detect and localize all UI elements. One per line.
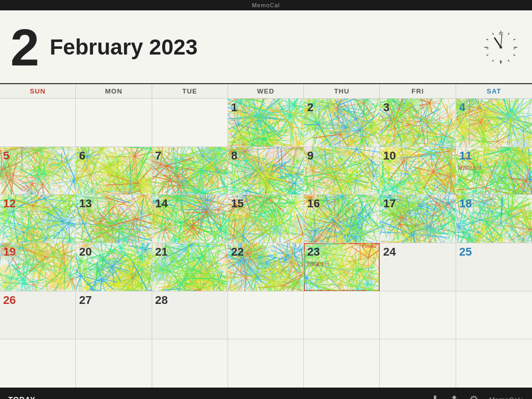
day-number: 6: [76, 147, 151, 165]
svg-line-5107: [483, 171, 483, 195]
day-cell[interactable]: 28: [152, 291, 228, 339]
day-number: 10: [380, 147, 455, 165]
svg-line-2: [513, 39, 515, 40]
app-bar: MemoCal: [0, 0, 532, 10]
day-number: 15: [228, 195, 303, 212]
week-row: 12131415161718: [0, 195, 532, 243]
svg-line-6974: [266, 242, 298, 243]
settings-icon[interactable]: ⚙: [469, 393, 478, 399]
day-cell[interactable]: 8: [228, 147, 304, 195]
day-cell[interactable]: 26: [0, 291, 76, 339]
day-cell[interactable]: 1: [228, 99, 304, 147]
svg-line-1965: [18, 194, 32, 194]
day-cell: [380, 339, 456, 388]
event-label: 天皇誕生日: [304, 261, 379, 268]
day-cell[interactable]: 22: [228, 243, 304, 291]
month-display: 2 February 2023: [10, 21, 197, 73]
calendar-grid: 1234567891011建国記念日1213141516171819202122…: [0, 99, 532, 388]
day-header-tue: TUE: [152, 84, 228, 98]
svg-line-16: [495, 38, 501, 47]
day-number: 27: [76, 291, 151, 309]
day-cell[interactable]: 6: [76, 147, 152, 195]
header: 2 February 2023 12 3 6 9: [0, 10, 532, 83]
week-row: 1234: [0, 99, 532, 147]
svg-line-1: [508, 33, 509, 34]
day-number: 14: [152, 195, 228, 212]
today-button[interactable]: TODAY: [8, 395, 35, 399]
day-cell[interactable]: 17: [380, 195, 456, 243]
day-headers: SUN MON TUE WED THU FRI SAT: [0, 83, 532, 99]
day-cell: [228, 339, 304, 388]
day-cell[interactable]: 3: [380, 99, 456, 147]
share-icon[interactable]: ⬆: [450, 393, 459, 399]
day-cell: [0, 99, 76, 147]
day-number: 4: [456, 99, 532, 116]
toolbar-right: ⬇ ⬆ ⚙ MemoCal+: [431, 393, 524, 399]
week-row: 1920212223TODAY天皇誕生日2425: [0, 243, 532, 291]
day-number: 28: [152, 291, 228, 309]
day-cell[interactable]: 7: [152, 147, 228, 195]
day-cell[interactable]: 13: [76, 195, 152, 243]
day-cell[interactable]: 20: [76, 243, 152, 291]
day-cell: [456, 291, 532, 339]
day-cell[interactable]: 11建国記念日: [456, 147, 532, 195]
day-cell[interactable]: 10: [380, 147, 456, 195]
day-cell[interactable]: 9: [304, 147, 380, 195]
svg-line-11: [493, 33, 494, 34]
calendar: SUN MON TUE WED THU FRI SAT 123456789101…: [0, 83, 532, 388]
day-cell[interactable]: 4: [456, 99, 532, 147]
day-header-sun: SUN: [0, 84, 76, 98]
svg-text:6: 6: [500, 59, 502, 64]
svg-line-17: [501, 35, 502, 47]
svg-line-9284: [81, 276, 82, 291]
day-cell[interactable]: 2: [304, 99, 380, 147]
svg-line-8831: [59, 281, 60, 291]
day-cell[interactable]: 16: [304, 195, 380, 243]
svg-line-7852: [448, 214, 449, 242]
day-number: 1: [228, 99, 303, 116]
day-header-mon: MON: [76, 84, 152, 98]
day-cell[interactable]: 21: [152, 243, 228, 291]
day-cell[interactable]: 25: [456, 243, 532, 291]
svg-line-10626: [307, 278, 307, 291]
svg-text:12: 12: [499, 31, 503, 36]
day-number: 8: [228, 147, 303, 165]
day-cell[interactable]: 12: [0, 195, 76, 243]
day-number: 24: [380, 243, 455, 261]
svg-point-18: [500, 46, 502, 49]
day-number: 7: [152, 147, 228, 165]
day-cell: [304, 291, 380, 339]
day-number: 12: [0, 195, 75, 212]
day-header-fri: FRI: [380, 84, 456, 98]
day-cell: [304, 339, 380, 388]
day-cell: [228, 291, 304, 339]
day-number: 5: [0, 147, 75, 165]
day-number: 21: [152, 243, 228, 261]
brand-logo: MemoCal+: [489, 396, 524, 400]
day-cell[interactable]: 24: [380, 243, 456, 291]
svg-line-4140: [351, 177, 351, 194]
day-cell[interactable]: 14: [152, 195, 228, 243]
day-cell: [380, 291, 456, 339]
day-cell[interactable]: 27: [76, 291, 152, 339]
svg-line-7541: [455, 233, 456, 243]
event-label: 建国記念日: [456, 165, 532, 171]
day-number: 17: [380, 195, 455, 212]
day-number: 18: [456, 195, 532, 212]
day-cell: [152, 99, 228, 147]
day-cell[interactable]: 5: [0, 147, 76, 195]
week-row: [0, 339, 532, 388]
day-cell[interactable]: 18: [456, 195, 532, 243]
day-number: 9: [304, 147, 379, 165]
svg-line-10: [486, 39, 488, 40]
day-cell: [152, 339, 228, 388]
today-badge: TODAY: [362, 244, 378, 249]
svg-line-2718: [130, 163, 131, 192]
day-cell[interactable]: 23TODAY天皇誕生日: [304, 243, 380, 291]
day-number: 20: [76, 243, 151, 261]
day-cell[interactable]: 19: [0, 243, 76, 291]
day-number: 16: [304, 195, 379, 212]
day-cell[interactable]: 15: [228, 195, 304, 243]
day-number: 19: [0, 243, 75, 261]
download-icon[interactable]: ⬇: [431, 393, 440, 399]
